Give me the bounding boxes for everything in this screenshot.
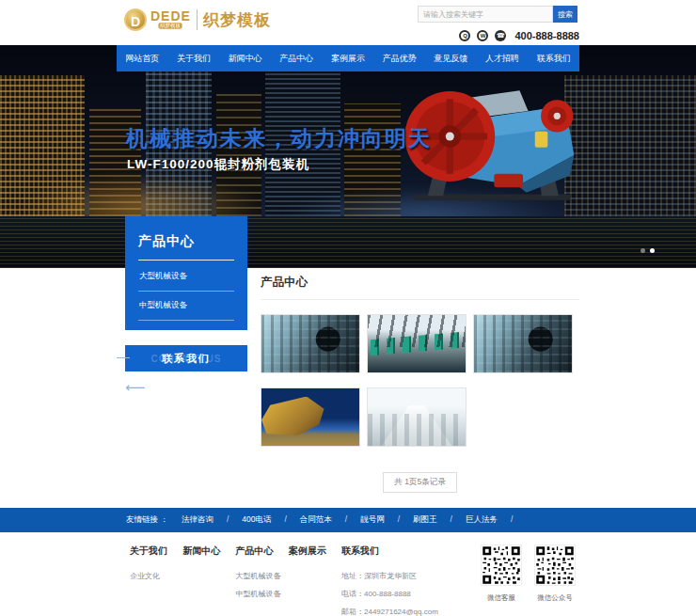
nav-item-products[interactable]: 产品中心: [271, 45, 323, 71]
sidebar-products-title: 产品中心: [138, 233, 234, 250]
product-card[interactable]: [473, 314, 573, 373]
footer-col-title: 联系我们: [341, 545, 481, 558]
pagination-summary[interactable]: 共 1页5条记录: [383, 472, 456, 493]
page-footer: 关于我们 企业文化 新闻中心 产品中心 大型机械设备 中型机械设备 案例展示 联…: [0, 532, 696, 616]
logo-brand-text: DEDE: [150, 10, 191, 23]
footer-col-contact: 联系我们 地址：深圳市龙华新区 电话：400-888-8888 邮箱：24492…: [341, 545, 481, 616]
wechat-icon[interactable]: W: [477, 30, 488, 41]
qr-wechat-service: 微信客服: [481, 545, 522, 616]
nav-item-contact[interactable]: 联系我们: [528, 45, 579, 71]
friend-link[interactable]: 合同范本: [300, 514, 347, 526]
nav-item-news[interactable]: 新闻中心: [219, 45, 271, 71]
sidebar-item-medium-machinery[interactable]: 中型机械设备: [138, 292, 234, 321]
product-image: [368, 388, 466, 446]
nav-item-about[interactable]: 关于我们: [168, 45, 220, 71]
logo-coin-icon: D: [124, 8, 147, 31]
qq-icon[interactable]: Q: [459, 30, 470, 41]
sidebar-title-rule: [138, 260, 234, 261]
footer-col-about: 关于我们 企业文化: [130, 545, 182, 616]
nav-item-jobs[interactable]: 人才招聘: [477, 45, 529, 71]
product-card[interactable]: [261, 387, 360, 447]
footer-link[interactable]: 中型机械设备: [236, 585, 289, 603]
logo-brand-block: DEDE 织梦模板: [150, 10, 191, 29]
product-card[interactable]: [367, 387, 467, 447]
friend-link[interactable]: 靓号网: [360, 514, 400, 526]
friend-link[interactable]: 巨人法务: [466, 514, 513, 526]
footer-col-news: 新闻中心: [182, 545, 235, 616]
product-image: [261, 315, 359, 372]
site-logo[interactable]: D DEDE 织梦模板 织梦模板: [124, 8, 271, 31]
products-section-title: 产品中心: [261, 275, 579, 300]
footer-link[interactable]: 大型机械设备: [236, 567, 289, 585]
sidebar-contact-label: 联系我们: [162, 352, 211, 366]
footer-email: 邮箱：2449271624@qq.com: [341, 603, 481, 616]
carousel-dot-active[interactable]: [650, 248, 655, 253]
footer-col-cases: 案例展示: [289, 545, 341, 616]
footer-col-title: 关于我们: [130, 545, 182, 558]
nav-item-home[interactable]: 网站首页: [117, 45, 168, 71]
footer-col-title: 新闻中心: [182, 545, 235, 558]
main-navigation: 网站首页 关于我们 新闻中心 产品中心 案例展示 产品优势 意见反馈 人才招聘 …: [117, 45, 579, 71]
product-card[interactable]: [261, 314, 360, 373]
qr-label: 微信公众号: [534, 593, 576, 603]
qr-code-image: [481, 545, 522, 586]
nav-item-cases[interactable]: 案例展示: [323, 45, 374, 71]
product-image: [474, 315, 572, 372]
hero-subheadline: LW-F100/200辊封粉剂包装机: [127, 156, 309, 173]
content-section: 产品中心 大型机械设备 中型机械设备 CONTACT US 联系我们 ⟵ 产品中…: [0, 268, 696, 493]
friend-link[interactable]: 法律咨询: [182, 514, 229, 526]
search-input[interactable]: [418, 6, 553, 23]
nav-item-advantages[interactable]: 产品优势: [373, 45, 425, 71]
sidebar: 产品中心 大型机械设备 中型机械设备 CONTACT US 联系我们 ⟵: [125, 216, 247, 394]
logo-brand-tag: 织梦模板: [159, 23, 182, 28]
carousel-dots: [641, 248, 655, 253]
qr-code-image: [534, 545, 576, 586]
header-search-area: 搜索 Q W ☎ 400-888-8888: [418, 6, 579, 41]
qr-wechat-official: 微信公众号: [534, 545, 576, 616]
sidebar-item-large-machinery[interactable]: 大型机械设备: [138, 262, 234, 292]
footer-col-title: 案例展示: [289, 545, 341, 558]
friend-link[interactable]: 刷图王: [413, 514, 452, 526]
footer-address: 地址：深圳市龙华新区: [341, 567, 481, 585]
product-image: [371, 332, 463, 356]
top-header: D DEDE 织梦模板 织梦模板 搜索 Q W ☎ 400-888-8888: [0, 0, 696, 45]
product-grid: [261, 314, 579, 447]
sidebar-products-box: 产品中心 大型机械设备 中型机械设备: [125, 216, 247, 330]
nav-item-feedback[interactable]: 意见反馈: [425, 45, 477, 71]
footer-phone: 电话：400-888-8888: [341, 585, 481, 603]
slider-prev-arrow-icon[interactable]: ⟵: [125, 380, 247, 394]
phone-icon: ☎: [495, 30, 506, 41]
hero-headline: 机械推动未来，动力冲向明天: [126, 124, 432, 153]
footer-col-products: 产品中心 大型机械设备 中型机械设备: [236, 545, 289, 616]
logo-divider: [197, 9, 198, 30]
main-column: 产品中心 共 1页5条记录: [261, 275, 579, 493]
search-button[interactable]: 搜索: [553, 6, 577, 23]
carousel-dot[interactable]: [641, 248, 645, 253]
product-image: [261, 397, 324, 435]
friend-link[interactable]: 400电话: [242, 514, 287, 526]
friend-links-label: 友情链接 ：: [126, 514, 168, 526]
hotline-number: 400-888-8888: [514, 30, 579, 41]
product-card[interactable]: [367, 314, 467, 373]
hero-banner: 网站首页 关于我们 新闻中心 产品中心 案例展示 产品优势 意见反馈 人才招聘 …: [0, 45, 696, 268]
qr-label: 微信客服: [481, 593, 522, 603]
footer-col-title: 产品中心: [236, 545, 289, 558]
logo-title: 织梦模板: [203, 9, 271, 31]
sidebar-contact-button[interactable]: CONTACT US 联系我们: [125, 345, 247, 371]
qr-code-area: 微信客服 微信公众号: [481, 545, 579, 616]
friend-links-bar: 友情链接 ： 法律咨询 400电话 合同范本 靓号网 刷图王 巨人法务: [0, 508, 696, 532]
footer-link[interactable]: 企业文化: [130, 567, 182, 585]
